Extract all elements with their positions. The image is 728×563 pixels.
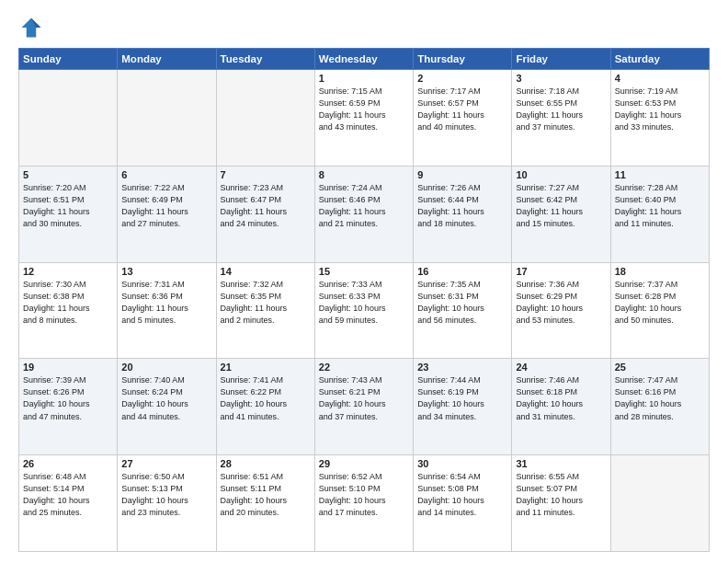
day-number: 13 xyxy=(121,266,211,277)
day-info: Sunrise: 7:47 AM Sunset: 6:16 PM Dayligh… xyxy=(615,374,705,422)
calendar-cell xyxy=(118,70,216,167)
calendar-cell: 22Sunrise: 7:43 AM Sunset: 6:21 PM Dayli… xyxy=(314,359,413,455)
calendar-cell: 1Sunrise: 7:15 AM Sunset: 6:59 PM Daylig… xyxy=(314,70,413,167)
calendar-cell: 7Sunrise: 7:23 AM Sunset: 6:47 PM Daylig… xyxy=(216,166,314,262)
day-info: Sunrise: 7:18 AM Sunset: 6:55 PM Dayligh… xyxy=(516,86,606,133)
weekday-header-monday: Monday xyxy=(118,49,216,70)
day-info: Sunrise: 7:24 AM Sunset: 6:46 PM Dayligh… xyxy=(319,182,409,230)
page: SundayMondayTuesdayWednesdayThursdayFrid… xyxy=(0,0,728,563)
week-row-2: 5Sunrise: 7:20 AM Sunset: 6:51 PM Daylig… xyxy=(19,166,710,262)
calendar-cell: 9Sunrise: 7:26 AM Sunset: 6:44 PM Daylig… xyxy=(414,166,512,262)
day-info: Sunrise: 7:22 AM Sunset: 6:49 PM Dayligh… xyxy=(121,182,211,230)
day-info: Sunrise: 7:41 AM Sunset: 6:22 PM Dayligh… xyxy=(221,374,311,422)
calendar-cell: 26Sunrise: 6:48 AM Sunset: 5:14 PM Dayli… xyxy=(19,455,118,552)
day-number: 6 xyxy=(121,169,211,180)
calendar-cell: 4Sunrise: 7:19 AM Sunset: 6:53 PM Daylig… xyxy=(610,70,709,167)
calendar-cell: 10Sunrise: 7:27 AM Sunset: 6:42 PM Dayli… xyxy=(512,166,610,262)
day-number: 12 xyxy=(23,266,113,277)
calendar-cell: 2Sunrise: 7:17 AM Sunset: 6:57 PM Daylig… xyxy=(414,70,512,167)
week-row-1: 1Sunrise: 7:15 AM Sunset: 6:59 PM Daylig… xyxy=(19,70,710,167)
calendar-cell: 19Sunrise: 7:39 AM Sunset: 6:26 PM Dayli… xyxy=(19,359,118,455)
day-number: 30 xyxy=(417,458,507,469)
calendar-cell: 14Sunrise: 7:32 AM Sunset: 6:35 PM Dayli… xyxy=(216,262,314,359)
calendar-cell: 24Sunrise: 7:46 AM Sunset: 6:18 PM Dayli… xyxy=(512,359,610,455)
logo xyxy=(18,15,48,40)
day-number: 29 xyxy=(319,458,409,469)
day-info: Sunrise: 7:30 AM Sunset: 6:38 PM Dayligh… xyxy=(23,279,113,327)
day-number: 27 xyxy=(121,458,211,469)
weekday-header-wednesday: Wednesday xyxy=(314,49,413,70)
calendar-cell: 18Sunrise: 7:37 AM Sunset: 6:28 PM Dayli… xyxy=(610,262,709,359)
day-number: 5 xyxy=(23,169,113,180)
calendar-cell: 8Sunrise: 7:24 AM Sunset: 6:46 PM Daylig… xyxy=(314,166,413,262)
weekday-header-sunday: Sunday xyxy=(19,49,118,70)
calendar-cell: 27Sunrise: 6:50 AM Sunset: 5:13 PM Dayli… xyxy=(118,455,216,552)
calendar-cell: 21Sunrise: 7:41 AM Sunset: 6:22 PM Dayli… xyxy=(216,359,314,455)
day-number: 19 xyxy=(23,362,113,373)
weekday-header-friday: Friday xyxy=(512,49,610,70)
calendar-cell: 20Sunrise: 7:40 AM Sunset: 6:24 PM Dayli… xyxy=(118,359,216,455)
calendar-cell: 13Sunrise: 7:31 AM Sunset: 6:36 PM Dayli… xyxy=(118,262,216,359)
day-info: Sunrise: 7:27 AM Sunset: 6:42 PM Dayligh… xyxy=(516,182,606,230)
day-info: Sunrise: 7:44 AM Sunset: 6:19 PM Dayligh… xyxy=(417,374,507,422)
day-number: 20 xyxy=(121,362,211,373)
day-number: 10 xyxy=(516,169,606,180)
day-number: 8 xyxy=(319,169,409,180)
day-info: Sunrise: 6:54 AM Sunset: 5:08 PM Dayligh… xyxy=(417,471,507,519)
calendar-table: SundayMondayTuesdayWednesdayThursdayFrid… xyxy=(18,48,710,552)
calendar-cell: 30Sunrise: 6:54 AM Sunset: 5:08 PM Dayli… xyxy=(414,455,512,552)
day-info: Sunrise: 7:35 AM Sunset: 6:31 PM Dayligh… xyxy=(417,279,507,327)
logo-icon xyxy=(18,15,44,40)
calendar-cell: 3Sunrise: 7:18 AM Sunset: 6:55 PM Daylig… xyxy=(512,70,610,167)
day-info: Sunrise: 6:51 AM Sunset: 5:11 PM Dayligh… xyxy=(221,471,311,519)
calendar-cell: 31Sunrise: 6:55 AM Sunset: 5:07 PM Dayli… xyxy=(512,455,610,552)
week-row-3: 12Sunrise: 7:30 AM Sunset: 6:38 PM Dayli… xyxy=(19,262,710,359)
day-number: 1 xyxy=(319,73,409,84)
calendar-cell: 6Sunrise: 7:22 AM Sunset: 6:49 PM Daylig… xyxy=(118,166,216,262)
header xyxy=(18,15,710,40)
calendar-cell xyxy=(610,455,709,552)
day-info: Sunrise: 7:31 AM Sunset: 6:36 PM Dayligh… xyxy=(121,279,211,327)
day-number: 24 xyxy=(516,362,606,373)
calendar-cell: 28Sunrise: 6:51 AM Sunset: 5:11 PM Dayli… xyxy=(216,455,314,552)
week-row-5: 26Sunrise: 6:48 AM Sunset: 5:14 PM Dayli… xyxy=(19,455,710,552)
day-info: Sunrise: 7:36 AM Sunset: 6:29 PM Dayligh… xyxy=(516,279,606,327)
day-number: 26 xyxy=(23,458,113,469)
day-info: Sunrise: 6:52 AM Sunset: 5:10 PM Dayligh… xyxy=(319,471,409,519)
day-number: 21 xyxy=(221,362,311,373)
day-number: 15 xyxy=(319,266,409,277)
day-info: Sunrise: 6:48 AM Sunset: 5:14 PM Dayligh… xyxy=(23,471,113,519)
day-number: 2 xyxy=(417,73,507,84)
calendar-cell: 15Sunrise: 7:33 AM Sunset: 6:33 PM Dayli… xyxy=(314,262,413,359)
day-info: Sunrise: 7:23 AM Sunset: 6:47 PM Dayligh… xyxy=(221,182,311,230)
weekday-header-thursday: Thursday xyxy=(414,49,512,70)
weekday-header-saturday: Saturday xyxy=(610,49,709,70)
day-info: Sunrise: 6:55 AM Sunset: 5:07 PM Dayligh… xyxy=(516,471,606,519)
calendar-cell: 23Sunrise: 7:44 AM Sunset: 6:19 PM Dayli… xyxy=(414,359,512,455)
day-info: Sunrise: 7:15 AM Sunset: 6:59 PM Dayligh… xyxy=(319,86,409,133)
day-number: 7 xyxy=(221,169,311,180)
day-info: Sunrise: 7:26 AM Sunset: 6:44 PM Dayligh… xyxy=(417,182,507,230)
day-number: 31 xyxy=(516,458,606,469)
weekday-header-row: SundayMondayTuesdayWednesdayThursdayFrid… xyxy=(19,49,710,70)
day-number: 18 xyxy=(615,266,705,277)
calendar-cell: 5Sunrise: 7:20 AM Sunset: 6:51 PM Daylig… xyxy=(19,166,118,262)
day-number: 14 xyxy=(221,266,311,277)
day-info: Sunrise: 7:43 AM Sunset: 6:21 PM Dayligh… xyxy=(319,374,409,422)
day-number: 17 xyxy=(516,266,606,277)
week-row-4: 19Sunrise: 7:39 AM Sunset: 6:26 PM Dayli… xyxy=(19,359,710,455)
day-number: 16 xyxy=(417,266,507,277)
day-number: 9 xyxy=(417,169,507,180)
day-number: 3 xyxy=(516,73,606,84)
day-number: 25 xyxy=(615,362,705,373)
calendar-cell: 17Sunrise: 7:36 AM Sunset: 6:29 PM Dayli… xyxy=(512,262,610,359)
day-number: 4 xyxy=(615,73,705,84)
day-info: Sunrise: 7:20 AM Sunset: 6:51 PM Dayligh… xyxy=(23,182,113,230)
day-info: Sunrise: 7:32 AM Sunset: 6:35 PM Dayligh… xyxy=(221,279,311,327)
day-number: 22 xyxy=(319,362,409,373)
calendar-cell xyxy=(19,70,118,167)
calendar-cell: 25Sunrise: 7:47 AM Sunset: 6:16 PM Dayli… xyxy=(610,359,709,455)
day-info: Sunrise: 7:19 AM Sunset: 6:53 PM Dayligh… xyxy=(615,86,705,133)
calendar-cell: 16Sunrise: 7:35 AM Sunset: 6:31 PM Dayli… xyxy=(414,262,512,359)
calendar-cell: 12Sunrise: 7:30 AM Sunset: 6:38 PM Dayli… xyxy=(19,262,118,359)
